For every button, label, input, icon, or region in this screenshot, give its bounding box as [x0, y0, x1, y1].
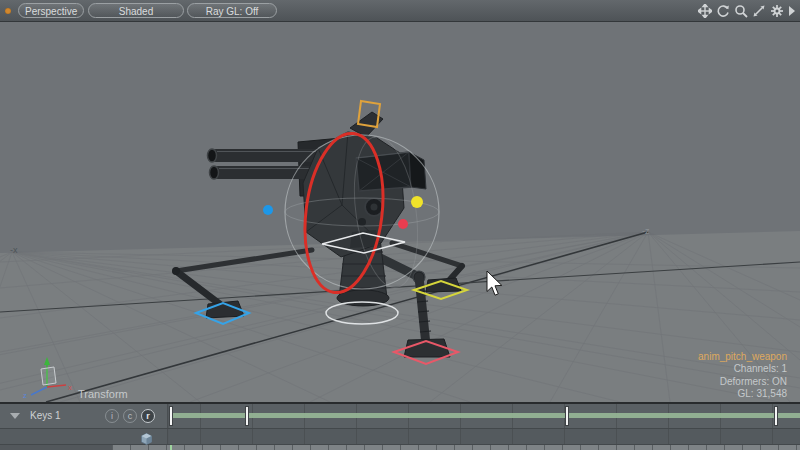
frame-ruler[interactable]	[112, 445, 800, 450]
keys-row-header: Keys 1 i c r	[0, 404, 168, 428]
channel-button-c[interactable]: c	[123, 409, 137, 423]
viewport-3d[interactable]: -x -z	[0, 22, 800, 402]
disclosure-triangle-icon[interactable]	[10, 413, 20, 419]
items-row	[0, 429, 800, 445]
status-dot	[5, 8, 11, 14]
handle-dot-blue[interactable]	[263, 205, 273, 215]
channel-buttons: i c r	[105, 409, 155, 423]
keys-track[interactable]	[169, 404, 800, 428]
axis-label-neg-x: -x	[10, 245, 18, 255]
orbit-icon[interactable]	[716, 4, 730, 18]
handle-dot-yellow[interactable]	[411, 196, 423, 208]
keyframe-marker[interactable]	[774, 406, 778, 426]
keyframe-marker[interactable]	[565, 406, 569, 426]
track-label: Keys 1	[30, 410, 61, 421]
gizmo-x-label: x	[68, 383, 72, 392]
viewport-tool-icons	[698, 2, 796, 20]
channel-button-r[interactable]: r	[141, 409, 155, 423]
zoom-icon[interactable]	[734, 4, 748, 18]
shading-mode-button[interactable]: Shaded	[88, 3, 184, 18]
handle-dot-red[interactable]	[398, 219, 408, 229]
ruler-playhead[interactable]	[170, 445, 172, 450]
axis-label-neg-z: -z	[642, 226, 650, 236]
application-window: Perspective Shaded Ray GL: Off	[0, 0, 800, 450]
items-row-header	[0, 429, 168, 444]
gizmo-z-label: z	[23, 391, 27, 400]
maximize-icon[interactable]	[752, 4, 766, 18]
keyframe-marker[interactable]	[169, 406, 173, 426]
raygl-toggle-button[interactable]: Ray GL: Off	[187, 3, 277, 18]
items-track[interactable]	[169, 429, 800, 444]
keyframe-marker[interactable]	[245, 406, 249, 426]
viewport-header-bar: Perspective Shaded Ray GL: Off	[0, 0, 800, 22]
pan-icon[interactable]	[698, 4, 712, 18]
viewport-canvas[interactable]: -x -z	[0, 22, 800, 402]
gear-icon[interactable]	[770, 4, 784, 18]
flyout-arrow-icon[interactable]	[788, 5, 796, 17]
channel-button-i[interactable]: i	[105, 409, 119, 423]
perspective-view-button[interactable]: Perspective	[18, 3, 84, 18]
timeline-panel: Keys 1 i c r	[0, 402, 800, 450]
keys-range-band	[169, 413, 800, 418]
keys-row: Keys 1 i c r	[0, 404, 800, 429]
